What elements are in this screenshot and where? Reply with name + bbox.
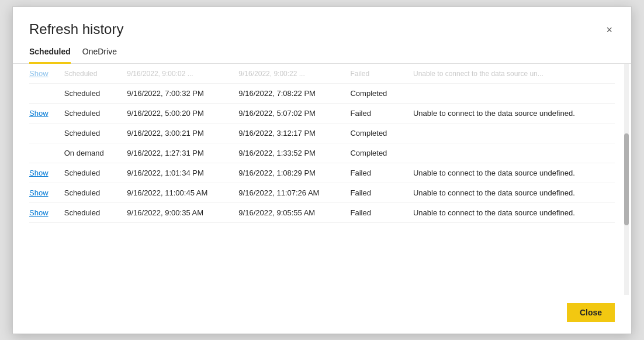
error-cell: Unable to connect to the data source un.…: [413, 64, 615, 84]
show-link-cell[interactable]: Show: [29, 203, 64, 223]
scrollbar-thumb[interactable]: [624, 133, 629, 226]
table-row: ShowScheduled9/16/2022, 11:00:45 AM9/16/…: [29, 183, 615, 203]
empty-cell: [29, 123, 64, 143]
status-cell: Failed: [350, 183, 413, 203]
error-cell: [413, 84, 615, 104]
table-row: On demand9/16/2022, 1:27:31 PM9/16/2022,…: [29, 143, 615, 163]
error-cell: [413, 123, 615, 143]
type-cell: Scheduled: [64, 64, 127, 84]
end-cell: 9/16/2022, 3:12:17 PM: [238, 123, 350, 143]
end-cell: 9/16/2022, 5:07:02 PM: [238, 104, 350, 123]
show-link-cell[interactable]: Show: [29, 104, 64, 123]
start-cell: 9/16/2022, 5:00:20 PM: [127, 104, 238, 123]
modal-footer: Close: [13, 295, 631, 334]
error-cell: [413, 143, 615, 163]
table-row: ShowScheduled9/16/2022, 5:00:20 PM9/16/2…: [29, 104, 615, 123]
start-cell: 9/16/2022, 3:00:21 PM: [127, 123, 238, 143]
type-cell: Scheduled: [64, 203, 127, 223]
refresh-history-modal: Refresh history × Scheduled OneDrive Sho…: [12, 6, 632, 334]
tab-bar: Scheduled OneDrive: [13, 37, 631, 64]
show-link-cell[interactable]: Show: [29, 163, 64, 183]
type-cell: Scheduled: [64, 104, 127, 123]
table-row: ShowScheduled9/16/2022, 1:01:34 PM9/16/2…: [29, 163, 615, 183]
close-x-button[interactable]: ×: [604, 22, 615, 37]
scrollbar-track[interactable]: [624, 64, 629, 294]
type-cell: Scheduled: [64, 183, 127, 203]
end-cell: 9/16/2022, 1:08:29 PM: [238, 163, 350, 183]
show-link-cell[interactable]: Show: [29, 183, 64, 203]
start-cell: 9/16/2022, 7:00:32 PM: [127, 84, 238, 104]
type-cell: Scheduled: [64, 123, 127, 143]
status-cell: Completed: [350, 123, 413, 143]
empty-cell: [29, 143, 64, 163]
type-cell: Scheduled: [64, 163, 127, 183]
start-cell: 9/16/2022, 1:01:34 PM: [127, 163, 238, 183]
status-cell: Failed: [350, 163, 413, 183]
error-cell: Unable to connect to the data source und…: [413, 203, 615, 223]
end-cell: 9/16/2022, 9:00:22 ...: [238, 64, 350, 84]
empty-cell: [29, 84, 64, 104]
start-cell: 9/16/2022, 9:00:35 AM: [127, 203, 238, 223]
table-container: ShowScheduled9/16/2022, 9:00:02 ...9/16/…: [13, 64, 631, 294]
error-cell: Unable to connect to the data source und…: [413, 163, 615, 183]
tab-scheduled[interactable]: Scheduled: [29, 44, 71, 64]
end-cell: 9/16/2022, 1:33:52 PM: [238, 143, 350, 163]
status-cell: Failed: [350, 64, 413, 84]
status-cell: Completed: [350, 143, 413, 163]
status-cell: Completed: [350, 84, 413, 104]
error-cell: Unable to connect to the data source und…: [413, 183, 615, 203]
table-row: Scheduled9/16/2022, 7:00:32 PM9/16/2022,…: [29, 84, 615, 104]
close-button[interactable]: Close: [567, 303, 615, 322]
modal-title: Refresh history: [29, 21, 123, 38]
show-link-cell[interactable]: Show: [29, 64, 64, 84]
tab-onedrive[interactable]: OneDrive: [82, 44, 117, 64]
status-cell: Failed: [350, 104, 413, 123]
start-cell: 9/16/2022, 11:00:45 AM: [127, 183, 238, 203]
modal-header: Refresh history ×: [13, 7, 631, 38]
type-cell: On demand: [64, 143, 127, 163]
start-cell: 9/16/2022, 9:00:02 ...: [127, 64, 238, 84]
start-cell: 9/16/2022, 1:27:31 PM: [127, 143, 238, 163]
end-cell: 9/16/2022, 9:05:55 AM: [238, 203, 350, 223]
end-cell: 9/16/2022, 11:07:26 AM: [238, 183, 350, 203]
type-cell: Scheduled: [64, 84, 127, 104]
end-cell: 9/16/2022, 7:08:22 PM: [238, 84, 350, 104]
table-row: Scheduled9/16/2022, 3:00:21 PM9/16/2022,…: [29, 123, 615, 143]
refresh-history-table: ShowScheduled9/16/2022, 9:00:02 ...9/16/…: [29, 64, 615, 223]
table-row: ShowScheduled9/16/2022, 9:00:35 AM9/16/2…: [29, 203, 615, 223]
table-row: ShowScheduled9/16/2022, 9:00:02 ...9/16/…: [29, 64, 615, 84]
error-cell: Unable to connect to the data source und…: [413, 104, 615, 123]
status-cell: Failed: [350, 203, 413, 223]
